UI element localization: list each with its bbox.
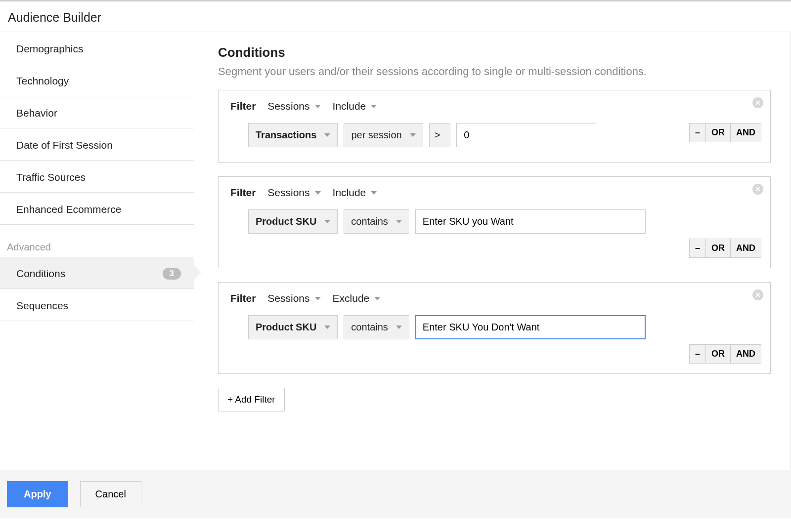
sidebar-advanced-label: Advanced bbox=[0, 225, 194, 257]
sidebar-item-date-of-first-session[interactable]: Date of First Session bbox=[0, 128, 194, 161]
filter-condition-row: Product SKU contains bbox=[230, 209, 761, 234]
remove-condition-button[interactable]: – bbox=[689, 123, 706, 142]
conditions-subtitle: Segment your users and/or their sessions… bbox=[218, 65, 771, 78]
value-input[interactable] bbox=[415, 315, 646, 339]
scope-dropdown[interactable]: Sessions bbox=[267, 292, 320, 304]
logic-buttons: – OR AND bbox=[230, 239, 761, 258]
sidebar-item-enhanced-ecommerce[interactable]: Enhanced Ecommerce bbox=[0, 193, 194, 225]
or-button[interactable]: OR bbox=[705, 123, 731, 142]
filter-card: Filter Sessions Include ✕ Product SKU co… bbox=[218, 176, 771, 268]
close-icon[interactable]: ✕ bbox=[752, 97, 763, 108]
sidebar-item-conditions[interactable]: Conditions3 bbox=[0, 257, 194, 289]
filter-header: Filter Sessions Include bbox=[230, 100, 761, 112]
chevron-down-icon bbox=[396, 220, 402, 223]
match-dropdown-label: contains bbox=[351, 216, 388, 227]
and-button[interactable]: AND bbox=[730, 239, 761, 258]
aggregation-dropdown[interactable]: per session bbox=[344, 123, 423, 147]
conditions-title: Conditions bbox=[218, 45, 771, 60]
operator-label: > bbox=[435, 129, 440, 141]
mode-dropdown-label: Include bbox=[333, 100, 366, 112]
scope-dropdown-label: Sessions bbox=[267, 292, 309, 304]
filter-header: Filter Sessions Exclude bbox=[230, 292, 761, 304]
logic-buttons: – OR AND bbox=[230, 344, 761, 364]
filter-condition-row: Product SKU contains bbox=[230, 315, 761, 339]
conditions-count-badge: 3 bbox=[163, 268, 181, 280]
scope-dropdown-label: Sessions bbox=[267, 100, 309, 112]
close-icon[interactable]: ✕ bbox=[752, 184, 763, 195]
operator-dropdown[interactable]: > bbox=[429, 123, 451, 147]
mode-dropdown[interactable]: Include bbox=[333, 100, 377, 112]
filter-condition-row: Transactions per session > bbox=[230, 123, 690, 147]
value-input[interactable] bbox=[456, 123, 596, 147]
sidebar-item-behavior[interactable]: Behavior bbox=[0, 96, 194, 128]
mode-dropdown[interactable]: Exclude bbox=[333, 292, 381, 304]
footer: Apply Cancel bbox=[0, 470, 791, 518]
scope-dropdown-label: Sessions bbox=[267, 187, 309, 199]
value-input[interactable] bbox=[415, 209, 646, 234]
chevron-down-icon bbox=[324, 326, 330, 329]
remove-condition-button[interactable]: – bbox=[689, 239, 706, 258]
main-panel: Conditions Segment your users and/or the… bbox=[194, 32, 791, 470]
close-icon[interactable]: ✕ bbox=[752, 289, 763, 300]
metric-dropdown-label: Product SKU bbox=[256, 216, 316, 227]
sidebar-item-technology[interactable]: Technology bbox=[0, 64, 194, 96]
chevron-down-icon bbox=[371, 105, 377, 108]
sidebar-item-label: Sequences bbox=[16, 300, 68, 312]
logic-buttons: – OR AND bbox=[690, 123, 761, 142]
cancel-button[interactable]: Cancel bbox=[80, 481, 141, 507]
filter-label: Filter bbox=[230, 292, 256, 304]
filter-header: Filter Sessions Include bbox=[230, 187, 761, 199]
metric-dropdown-label: Product SKU bbox=[256, 322, 316, 333]
metric-dropdown[interactable]: Product SKU bbox=[248, 315, 338, 339]
mode-dropdown-label: Include bbox=[333, 187, 366, 199]
metric-dropdown-label: Transactions bbox=[256, 129, 316, 141]
and-button[interactable]: AND bbox=[730, 123, 761, 142]
match-dropdown-label: contains bbox=[351, 322, 388, 333]
or-button[interactable]: OR bbox=[705, 344, 731, 364]
sidebar-item-sequences[interactable]: Sequences bbox=[0, 289, 194, 321]
metric-dropdown[interactable]: Transactions bbox=[248, 123, 338, 147]
match-dropdown[interactable]: contains bbox=[344, 209, 409, 234]
filter-card: Filter Sessions Exclude ✕ Product SKU co… bbox=[218, 282, 771, 374]
sidebar-item-traffic-sources[interactable]: Traffic Sources bbox=[0, 161, 194, 193]
chevron-down-icon bbox=[396, 326, 402, 329]
remove-condition-button[interactable]: – bbox=[689, 344, 706, 364]
chevron-down-icon bbox=[410, 133, 416, 137]
mode-dropdown[interactable]: Include bbox=[333, 187, 377, 199]
scope-dropdown[interactable]: Sessions bbox=[267, 187, 320, 199]
filter-label: Filter bbox=[230, 187, 256, 199]
chevron-down-icon bbox=[324, 133, 330, 137]
scope-dropdown[interactable]: Sessions bbox=[267, 100, 320, 112]
chevron-down-icon bbox=[374, 297, 380, 300]
or-button[interactable]: OR bbox=[705, 239, 731, 258]
apply-button[interactable]: Apply bbox=[7, 481, 68, 507]
sidebar-item-label: Conditions bbox=[16, 268, 65, 280]
chevron-down-icon bbox=[315, 297, 321, 300]
chevron-down-icon bbox=[371, 191, 377, 195]
metric-dropdown[interactable]: Product SKU bbox=[248, 209, 338, 234]
page-title: Audience Builder bbox=[0, 1, 791, 32]
layout: DemographicsTechnologyBehaviorDate of Fi… bbox=[0, 32, 791, 470]
filter-card: Filter Sessions Include ✕ Transactions p… bbox=[218, 90, 771, 163]
sidebar-item-demographics[interactable]: Demographics bbox=[0, 32, 194, 64]
mode-dropdown-label: Exclude bbox=[333, 292, 370, 304]
and-button[interactable]: AND bbox=[730, 344, 761, 364]
chevron-down-icon bbox=[315, 191, 321, 195]
chevron-down-icon bbox=[324, 220, 330, 223]
chevron-down-icon bbox=[315, 105, 321, 108]
sidebar: DemographicsTechnologyBehaviorDate of Fi… bbox=[0, 32, 194, 470]
aggregation-dropdown-label: per session bbox=[351, 129, 401, 141]
filter-label: Filter bbox=[230, 100, 256, 112]
match-dropdown[interactable]: contains bbox=[344, 315, 409, 339]
add-filter-button[interactable]: + Add Filter bbox=[218, 388, 285, 411]
